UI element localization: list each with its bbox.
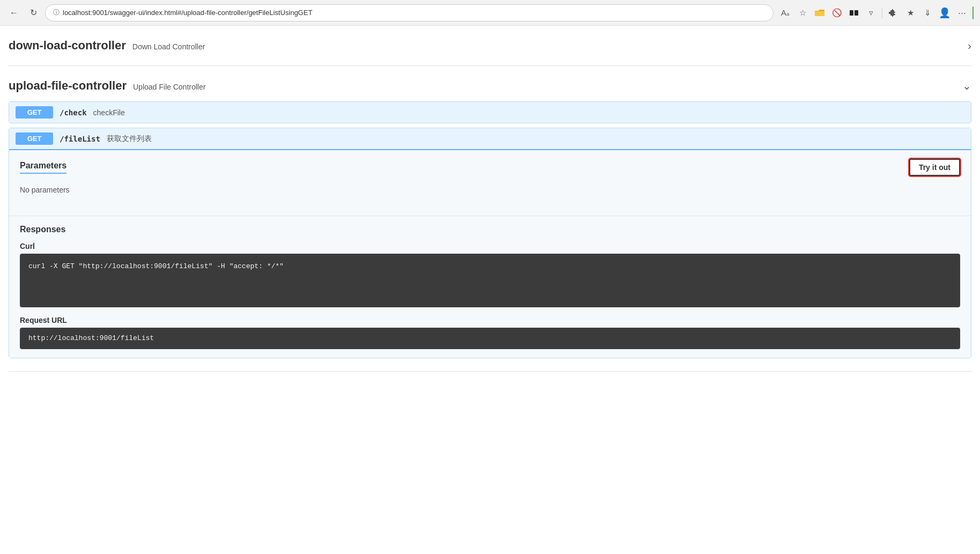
check-method-badge: GET	[16, 106, 53, 119]
svg-marker-1	[815, 11, 824, 16]
profile-button[interactable]: 👤	[937, 5, 952, 20]
green-indicator	[972, 6, 974, 19]
filelist-endpoint-expanded: GET /fileList 获取文件列表 Parameters Try it o…	[9, 128, 971, 358]
responses-section: Responses Curl curl -X GET "http://local…	[9, 216, 971, 358]
svg-rect-3	[854, 10, 858, 16]
curl-block: Curl curl -X GET "http://localhost:9001/…	[20, 242, 960, 307]
filelist-endpoint-header[interactable]: GET /fileList 获取文件列表	[9, 128, 971, 150]
immersive-reader-button[interactable]	[846, 5, 861, 20]
request-url-code: http://localhost:9001/fileList	[20, 328, 960, 349]
check-endpoint-path: /check	[60, 108, 87, 117]
check-endpoint-summary: checkFile	[93, 108, 125, 117]
filter-button[interactable]: ▿	[864, 5, 879, 20]
try-it-out-button[interactable]: Try it out	[909, 159, 960, 176]
address-bar[interactable]: ⓘ localhost:9001/swagger-ui/index.html#/…	[45, 4, 773, 21]
upload-file-controller-desc: Upload File Controller	[133, 83, 205, 91]
check-endpoint-row[interactable]: GET /check checkFile	[9, 102, 971, 123]
refresh-button[interactable]: ↻	[26, 5, 41, 20]
down-load-controller-desc: Down Load Controller	[132, 42, 205, 51]
extensions-button[interactable]	[886, 5, 901, 20]
upload-file-controller-header[interactable]: upload-file-controller Upload File Contr…	[9, 75, 971, 97]
request-url-label: Request URL	[20, 316, 960, 324]
page-scroll: down-load-controller Down Load Controlle…	[0, 26, 980, 554]
down-load-controller-title: down-load-controller Down Load Controlle…	[9, 39, 205, 53]
parameters-section: Parameters Try it out No parameters	[9, 150, 971, 216]
upload-file-controller-section: upload-file-controller Upload File Contr…	[9, 66, 971, 372]
favorites-button[interactable]: ★	[903, 5, 918, 20]
filelist-endpoint-path: /fileList	[60, 135, 100, 143]
more-button[interactable]: ⋯	[954, 5, 969, 20]
collections-button[interactable]	[812, 5, 827, 20]
divider	[882, 8, 882, 18]
browser-chrome: ← ↻ ⓘ localhost:9001/swagger-ui/index.ht…	[0, 0, 980, 26]
down-load-controller-section: down-load-controller Down Load Controlle…	[9, 26, 971, 66]
curl-code-block: curl -X GET "http://localhost:9001/fileL…	[20, 254, 960, 307]
reader-mode-button[interactable]: Aₐ	[778, 5, 793, 20]
responses-title: Responses	[20, 225, 960, 234]
parameters-title: Parameters	[20, 161, 67, 174]
curl-label: Curl	[20, 242, 960, 250]
downloads-button[interactable]: ⇓	[920, 5, 935, 20]
browser-actions: Aₐ ☆ 🚫 ▿ ★ ⇓ 👤 ⋯	[778, 5, 974, 20]
filelist-endpoint-summary: 获取文件列表	[107, 134, 152, 144]
filelist-endpoint-body: Parameters Try it out No parameters Resp…	[9, 150, 971, 358]
back-button[interactable]: ←	[6, 5, 21, 20]
upload-file-controller-title: upload-file-controller Upload File Contr…	[9, 79, 205, 93]
no-parameters-text: No parameters	[20, 181, 960, 207]
url-text: localhost:9001/swagger-ui/index.html#/up…	[63, 9, 765, 17]
request-url-block: Request URL http://localhost:9001/fileLi…	[20, 316, 960, 349]
down-load-controller-chevron: ›	[968, 40, 971, 52]
no-tracking-button[interactable]: 🚫	[829, 5, 844, 20]
down-load-controller-name: down-load-controller	[9, 39, 126, 53]
parameters-header: Parameters Try it out	[20, 159, 960, 176]
upload-file-controller-chevron: ⌄	[962, 79, 971, 92]
page-content: down-load-controller Down Load Controlle…	[0, 26, 980, 372]
down-load-controller-header[interactable]: down-load-controller Down Load Controlle…	[9, 34, 971, 57]
check-endpoint-container: GET /check checkFile	[9, 101, 971, 123]
bookmark-button[interactable]: ☆	[795, 5, 810, 20]
filelist-method-badge: GET	[16, 132, 53, 145]
info-icon: ⓘ	[53, 8, 60, 17]
upload-file-controller-name: upload-file-controller	[9, 79, 127, 93]
svg-rect-2	[850, 10, 853, 16]
